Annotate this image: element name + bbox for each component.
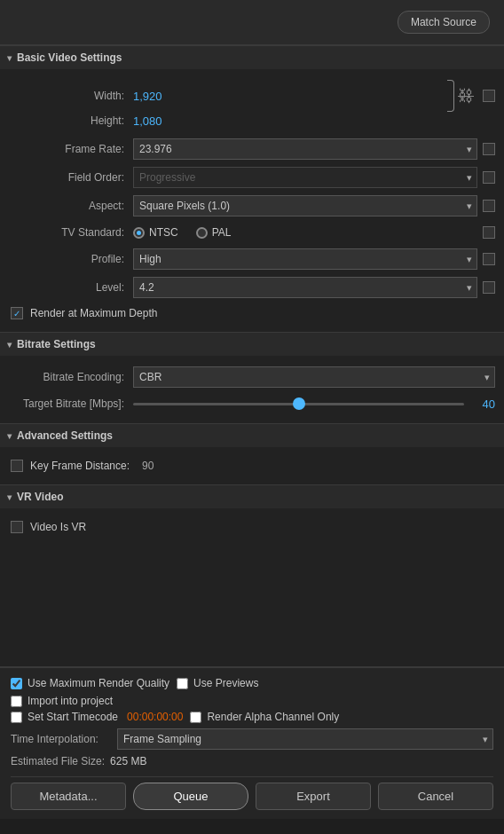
level-label: Level: — [9, 281, 133, 294]
render-alpha-channel-checkbox[interactable] — [190, 712, 201, 723]
import-into-project-label: Import into project — [28, 695, 113, 707]
slider-row: 40 — [133, 397, 495, 411]
time-interpolation-select[interactable]: Frame SamplingFrame BlendingOptical Flow — [117, 728, 493, 750]
profile-label: Profile: — [9, 253, 133, 265]
use-previews-item: Use Previews — [177, 677, 258, 689]
link-bracket — [447, 80, 454, 112]
set-start-timecode-checkbox[interactable] — [11, 712, 22, 723]
height-label: Height: — [9, 114, 133, 127]
tv-standard-row: TV Standard: NTSC PAL — [0, 220, 504, 245]
estimated-file-size-value: 625 MB — [110, 755, 146, 767]
set-start-timecode-label: Set Start Timecode — [28, 711, 118, 723]
pal-radio-circle[interactable] — [196, 227, 208, 239]
metadata-button[interactable]: Metadata... — [11, 783, 126, 810]
vr-video-header[interactable]: ▾ VR Video — [0, 484, 504, 508]
frame-rate-row: Frame Rate: 23.976 — [0, 135, 504, 163]
width-checkbox[interactable] — [483, 90, 495, 102]
profile-control: High — [133, 248, 477, 270]
use-max-render-quality-label: Use Maximum Render Quality — [28, 677, 169, 689]
import-into-project-checkbox[interactable] — [11, 696, 22, 707]
bitrate-settings-body: Bitrate Encoding: CBR Target Bitrate [Mb… — [0, 356, 504, 423]
ntsc-radio-circle[interactable] — [133, 227, 145, 239]
scroll-spacer — [0, 546, 504, 599]
basic-video-settings-chevron: ▾ — [7, 53, 12, 63]
bitrate-encoding-label: Bitrate Encoding: — [9, 371, 133, 383]
target-bitrate-row: Target Bitrate [Mbps]: 40 — [0, 391, 504, 416]
aspect-checkbox[interactable] — [483, 200, 495, 212]
tv-standard-checkbox[interactable] — [483, 226, 495, 239]
advanced-settings-chevron: ▾ — [7, 431, 12, 441]
render-max-depth-checkbox[interactable] — [11, 307, 23, 319]
vr-video-label: VR Video — [17, 491, 63, 503]
set-start-timecode-item: Set Start Timecode 00:00:00:00 — [11, 711, 183, 723]
use-max-render-quality-item: Use Maximum Render Quality — [11, 677, 169, 689]
pal-label: PAL — [212, 226, 232, 239]
target-bitrate-control: 40 — [133, 397, 495, 411]
ntsc-label: NTSC — [149, 226, 178, 239]
vr-video-body: Video Is VR — [0, 508, 504, 546]
field-order-checkbox[interactable] — [483, 171, 495, 184]
level-control: 4.2 — [133, 277, 477, 298]
link-icon[interactable]: ⛓ — [458, 87, 474, 106]
vr-video-chevron: ▾ — [7, 492, 12, 502]
width-value[interactable]: 1,920 — [133, 90, 162, 103]
bottom-divider — [11, 776, 493, 777]
time-interpolation-row: Time Interpolation: Frame SamplingFrame … — [11, 728, 493, 750]
aspect-control: Square Pixels (1.0) — [133, 195, 477, 216]
queue-button[interactable]: Queue — [133, 783, 248, 810]
advanced-settings-label: Advanced Settings — [17, 429, 113, 442]
bitrate-encoding-control: CBR — [133, 366, 495, 388]
bitrate-encoding-select[interactable]: CBR — [133, 366, 495, 388]
tv-standard-label: TV Standard: — [9, 226, 133, 239]
field-order-label: Field Order: — [9, 171, 133, 184]
field-order-select[interactable]: Progressive — [133, 167, 477, 188]
target-bitrate-slider[interactable] — [133, 403, 464, 405]
render-alpha-channel-label: Render Alpha Channel Only — [207, 711, 339, 723]
basic-video-settings-header[interactable]: ▾ Basic Video Settings — [0, 45, 504, 69]
width-height-controls: 1,920 — [133, 90, 444, 103]
bottom-options: Use Maximum Render Quality Use Previews — [11, 677, 493, 689]
video-is-vr-checkbox[interactable] — [11, 521, 23, 533]
key-frame-distance-label: Key Frame Distance: — [30, 460, 130, 472]
top-bar: Match Source — [0, 0, 504, 45]
profile-row: Profile: High — [0, 245, 504, 273]
target-bitrate-value: 40 — [473, 397, 495, 411]
profile-select[interactable]: High — [133, 248, 477, 270]
file-size-row: Estimated File Size: 625 MB — [11, 755, 493, 767]
key-frame-checkbox[interactable] — [11, 460, 23, 472]
advanced-settings-header[interactable]: ▾ Advanced Settings — [0, 423, 504, 447]
height-control: 1,080 — [133, 114, 495, 128]
frame-rate-select[interactable]: 23.976 — [133, 138, 477, 160]
field-order-row: Field Order: Progressive — [0, 163, 504, 192]
frame-rate-checkbox[interactable] — [483, 143, 495, 155]
aspect-select[interactable]: Square Pixels (1.0) — [133, 195, 477, 216]
basic-video-settings-label: Basic Video Settings — [17, 51, 122, 64]
tv-standard-control: NTSC PAL — [133, 226, 477, 239]
dimension-group: 1,920 — [133, 90, 162, 103]
bitrate-settings-chevron: ▾ — [7, 340, 12, 350]
height-value[interactable]: 1,080 — [133, 114, 162, 128]
export-button[interactable]: Export — [256, 783, 371, 810]
width-label: Width: — [9, 90, 133, 102]
height-row: Height: 1,080 — [0, 110, 504, 135]
level-checkbox[interactable] — [483, 281, 495, 294]
import-into-project-item: Import into project — [11, 695, 113, 707]
render-max-depth-label: Render at Maximum Depth — [30, 307, 157, 319]
profile-checkbox[interactable] — [483, 253, 495, 265]
bottom-options-row3: Set Start Timecode 00:00:00:00 Render Al… — [11, 711, 493, 723]
frame-rate-control: 23.976 — [133, 138, 477, 160]
bitrate-encoding-row: Bitrate Encoding: CBR — [0, 363, 504, 391]
pal-radio-item[interactable]: PAL — [196, 226, 232, 239]
main-scroll-area: ▾ Basic Video Settings Width: 1,920 ⛓ He… — [0, 45, 504, 666]
use-previews-checkbox[interactable] — [177, 678, 188, 689]
estimated-file-size-label: Estimated File Size: — [11, 755, 105, 767]
bottom-options-row2: Import into project — [11, 695, 493, 707]
cancel-button[interactable]: Cancel — [378, 783, 493, 810]
render-alpha-channel-item: Render Alpha Channel Only — [190, 711, 339, 723]
match-source-button[interactable]: Match Source — [398, 11, 490, 34]
use-previews-label: Use Previews — [193, 677, 258, 689]
use-max-render-quality-checkbox[interactable] — [11, 678, 22, 689]
bitrate-settings-header[interactable]: ▾ Bitrate Settings — [0, 332, 504, 356]
ntsc-radio-item[interactable]: NTSC — [133, 226, 178, 239]
level-select[interactable]: 4.2 — [133, 277, 477, 298]
